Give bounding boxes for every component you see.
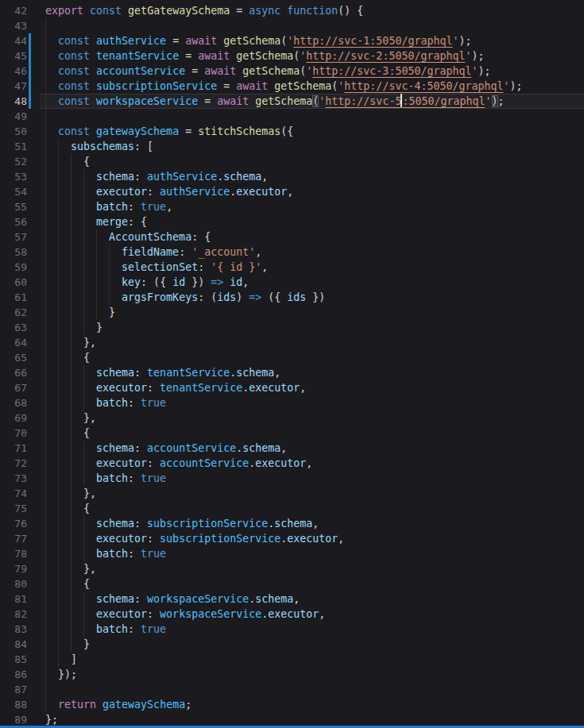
code-line[interactable]: 87 xyxy=(0,682,584,697)
line-number[interactable]: 83 xyxy=(0,622,27,637)
line-number[interactable]: 85 xyxy=(0,652,27,667)
code-line-body[interactable] xyxy=(40,682,584,697)
line-number[interactable]: 75 xyxy=(0,501,27,516)
code-line-body[interactable]: schema: workspaceService.schema, xyxy=(40,591,584,607)
code-line[interactable]: 59 selectionSet: '{ id }', xyxy=(0,260,584,275)
code-line-body[interactable]: fieldName: '_account', xyxy=(40,245,584,260)
code-line[interactable]: 69 }, xyxy=(0,410,584,426)
code-line[interactable]: 88 return gatewaySchema; xyxy=(0,697,584,712)
code-line[interactable]: 52 { xyxy=(0,154,584,169)
code-line-body[interactable]: batch: true xyxy=(40,395,584,410)
code-line[interactable]: 84 } xyxy=(0,637,584,652)
code-line[interactable]: 65 { xyxy=(0,350,584,365)
code-line-body[interactable]: }, xyxy=(40,561,584,576)
line-number[interactable]: 44 xyxy=(0,33,27,48)
code-line-body[interactable]: { xyxy=(40,576,584,591)
code-line[interactable]: 83 batch: true xyxy=(0,622,584,637)
line-number[interactable]: 43 xyxy=(0,18,27,33)
line-number[interactable]: 74 xyxy=(0,486,27,501)
line-number[interactable]: 76 xyxy=(0,516,27,531)
code-line-body[interactable]: return gatewaySchema; xyxy=(40,697,584,712)
code-line[interactable]: 51 subschemas: [ xyxy=(0,139,584,154)
line-number[interactable]: 80 xyxy=(0,576,27,591)
code-line[interactable]: 79 }, xyxy=(0,561,584,576)
line-number[interactable]: 49 xyxy=(0,109,27,124)
code-line[interactable]: 49 xyxy=(0,109,584,124)
line-number[interactable]: 86 xyxy=(0,667,27,682)
code-line-body[interactable]: const accountService = await getSchema('… xyxy=(40,64,584,79)
code-line[interactable]: 70 { xyxy=(0,426,584,441)
code-line-body[interactable]: const workspaceService = await getSchema… xyxy=(40,94,584,109)
code-line-body[interactable]: } xyxy=(40,305,584,320)
code-line[interactable]: 54 executor: authService.executor, xyxy=(0,184,584,199)
code-line-body[interactable]: const tenantService = await getSchema('h… xyxy=(40,48,584,64)
code-line[interactable]: 82 executor: workspaceService.executor, xyxy=(0,607,584,622)
line-number[interactable]: 61 xyxy=(0,290,27,305)
code-line-body[interactable]: }); xyxy=(40,667,584,682)
line-number[interactable]: 69 xyxy=(0,410,27,426)
line-number[interactable]: 45 xyxy=(0,48,27,64)
code-line[interactable]: 47 const subscriptionService = await get… xyxy=(0,79,584,94)
git-modified-indicator[interactable] xyxy=(29,94,31,109)
line-number[interactable]: 53 xyxy=(0,169,27,184)
code-line[interactable]: 42export const getGatewaySchema = async … xyxy=(0,3,584,18)
code-line[interactable]: 86 }); xyxy=(0,667,584,682)
git-modified-indicator[interactable] xyxy=(29,64,31,79)
code-line-body[interactable]: selectionSet: '{ id }', xyxy=(40,260,584,275)
code-line-body[interactable]: { xyxy=(40,154,584,169)
line-number[interactable]: 73 xyxy=(0,471,27,486)
code-line[interactable]: 64 }, xyxy=(0,335,584,350)
line-number[interactable]: 46 xyxy=(0,64,27,79)
code-line-body[interactable]: const gatewaySchema = stitchSchemas({ xyxy=(40,124,584,139)
line-number[interactable]: 88 xyxy=(0,697,27,712)
code-line-body[interactable]: }, xyxy=(40,335,584,350)
code-line-body[interactable]: merge: { xyxy=(40,214,584,229)
line-number[interactable]: 84 xyxy=(0,637,27,652)
code-line[interactable]: 81 schema: workspaceService.schema, xyxy=(0,591,584,607)
line-number[interactable]: 71 xyxy=(0,441,27,456)
code-line-body[interactable]: schema: subscriptionService.schema, xyxy=(40,516,584,531)
code-line-body[interactable]: executor: workspaceService.executor, xyxy=(40,607,584,622)
code-line-body[interactable]: export const getGatewaySchema = async fu… xyxy=(40,3,584,18)
line-number[interactable]: 72 xyxy=(0,456,27,471)
code-line-body[interactable]: batch: true xyxy=(40,546,584,561)
code-line-body[interactable]: executor: tenantService.executor, xyxy=(40,380,584,395)
line-number[interactable]: 42 xyxy=(0,3,27,18)
line-number[interactable]: 48 xyxy=(0,94,27,109)
code-editor[interactable]: 42export const getGatewaySchema = async … xyxy=(0,0,584,728)
line-number[interactable]: 59 xyxy=(0,260,27,275)
line-number[interactable]: 67 xyxy=(0,380,27,395)
code-line[interactable]: 68 batch: true xyxy=(0,395,584,410)
code-line[interactable]: 50 const gatewaySchema = stitchSchemas({ xyxy=(0,124,584,139)
line-number[interactable]: 62 xyxy=(0,305,27,320)
code-line-body[interactable]: schema: tenantService.schema, xyxy=(40,365,584,380)
code-line-body[interactable]: { xyxy=(40,501,584,516)
line-number[interactable]: 78 xyxy=(0,546,27,561)
line-number[interactable]: 50 xyxy=(0,124,27,139)
code-line-body[interactable]: schema: authService.schema, xyxy=(40,169,584,184)
git-modified-indicator[interactable] xyxy=(29,48,31,64)
line-number[interactable]: 64 xyxy=(0,335,27,350)
code-line[interactable]: 85 ] xyxy=(0,652,584,667)
code-line[interactable]: 77 executor: subscriptionService.executo… xyxy=(0,531,584,546)
line-number[interactable]: 87 xyxy=(0,682,27,697)
code-line-body[interactable]: const subscriptionService = await getSch… xyxy=(40,79,584,94)
line-number[interactable]: 79 xyxy=(0,561,27,576)
line-number[interactable]: 52 xyxy=(0,154,27,169)
code-line[interactable]: 45 const tenantService = await getSchema… xyxy=(0,48,584,64)
code-line-body[interactable] xyxy=(40,109,584,124)
code-line-body[interactable]: executor: authService.executor, xyxy=(40,184,584,199)
code-line[interactable]: 56 merge: { xyxy=(0,214,584,229)
code-line-body[interactable]: executor: subscriptionService.executor, xyxy=(40,531,584,546)
code-line-body[interactable] xyxy=(40,18,584,33)
code-line[interactable]: 55 batch: true, xyxy=(0,199,584,214)
code-line-body[interactable]: { xyxy=(40,350,584,365)
code-line-body[interactable]: const authService = await getSchema('htt… xyxy=(40,33,584,48)
code-line[interactable]: 71 schema: accountService.schema, xyxy=(0,441,584,456)
code-line[interactable]: 57 AccountSchema: { xyxy=(0,229,584,245)
code-line[interactable]: 66 schema: tenantService.schema, xyxy=(0,365,584,380)
code-line-body[interactable]: AccountSchema: { xyxy=(40,229,584,245)
code-line-body[interactable]: batch: true xyxy=(40,471,584,486)
code-line-body[interactable]: } xyxy=(40,320,584,335)
code-line[interactable]: 72 executor: accountService.executor, xyxy=(0,456,584,471)
